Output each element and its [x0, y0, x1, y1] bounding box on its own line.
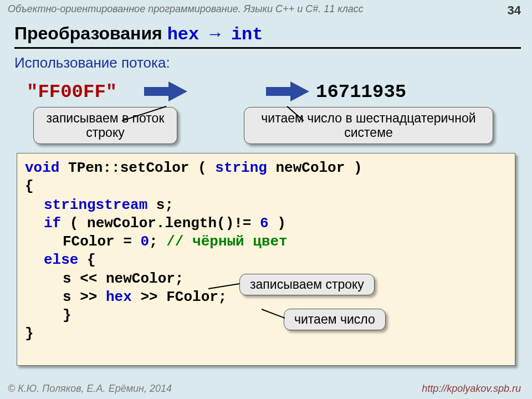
subtitle: Использование потока:: [0, 49, 532, 79]
arrow-icon: [266, 79, 310, 104]
slide: Объектно-ориентированное программировани…: [0, 0, 532, 399]
svg-line-2: [122, 106, 166, 121]
svg-line-4: [208, 284, 239, 289]
footer-url: http://kpolyakov.spb.ru: [422, 383, 521, 395]
code-line: }: [25, 325, 507, 343]
svg-marker-0: [144, 81, 187, 101]
arrow-icon: [144, 79, 188, 104]
code-line: void TPen::setColor ( string newColor ): [25, 159, 507, 177]
svg-line-3: [287, 106, 304, 121]
int-value: 16711935: [316, 81, 406, 103]
code-block: void TPen::setColor ( string newColor ) …: [17, 153, 515, 366]
code-line: else {: [25, 251, 507, 269]
hex-literal: "FF00FF": [27, 81, 117, 103]
title-code-int: int: [231, 24, 263, 45]
pointer-line: [111, 104, 177, 126]
code-line: FColor = 0; // чёрный цвет: [25, 233, 507, 251]
callout-write-string: записываем строку: [239, 274, 375, 295]
title-prefix: Преобразования: [14, 23, 167, 43]
code-line: {: [25, 177, 507, 196]
pointer-line: [207, 281, 242, 292]
svg-line-5: [262, 309, 285, 318]
title-arrow: →: [199, 24, 231, 45]
page-number: 34: [508, 3, 521, 18]
code-line: stringstream s;: [25, 196, 507, 214]
example-row: "FF00FF" 16711935 записываем в поток стр…: [0, 79, 532, 140]
slide-title: Преобразования hex → int: [0, 19, 532, 47]
footer-authors: © К.Ю. Поляков, Е.А. Ерёмин, 2014: [8, 383, 172, 395]
callout-read-number: читаем число: [284, 309, 386, 330]
pointer-line: [260, 308, 287, 321]
svg-marker-1: [266, 81, 309, 101]
title-code-hex: hex: [167, 24, 200, 45]
header-bar: Объектно-ориентированное программировани…: [0, 0, 532, 19]
header-text: Объектно-ориентированное программировани…: [8, 3, 364, 18]
pointer-line: [282, 104, 326, 123]
footer: © К.Ю. Поляков, Е.А. Ерёмин, 2014 http:/…: [0, 380, 532, 399]
code-line: if ( newColor.length()!= 6 ): [25, 214, 507, 233]
